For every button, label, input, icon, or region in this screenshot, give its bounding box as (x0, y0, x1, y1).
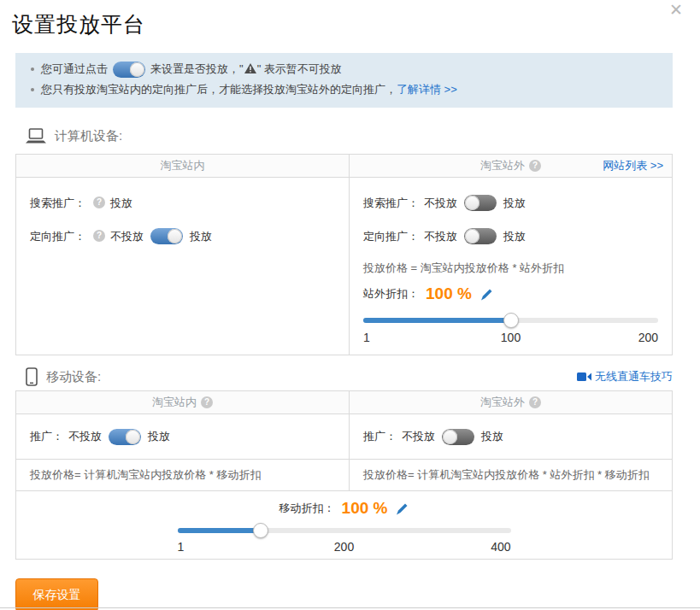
mobile-offsite-header: 淘宝站外? (350, 391, 672, 414)
mobile-table: 淘宝站内? 淘宝站外? 推广：不投放投放 推广：不投放投放 投放价格= 计算机淘… (15, 390, 673, 560)
off-label: 不投放 (402, 429, 435, 444)
on-label: 投放 (503, 196, 526, 211)
off-label: 不投放 (68, 429, 102, 444)
mobile-offsite-promo-row: 推广：不投放投放 (363, 414, 658, 459)
laptop-icon (26, 128, 46, 144)
off-label: 不投放 (424, 196, 457, 211)
state-value: 投放 (110, 196, 132, 211)
bullet-icon (31, 88, 34, 91)
mobile-onsite-header: 淘宝站内? (16, 391, 350, 414)
mobile-discount-section: 移动折扣：100 % 1 200 400 (16, 490, 672, 559)
slider-fill (178, 528, 262, 533)
offsite-price-formula: 投放价格 = 淘宝站内投放价格 * 站外折扣 (363, 261, 658, 276)
notice-line-1: 您可通过点击来设置是否投放，"" 表示暂不可投放 (27, 59, 661, 79)
learn-more-link[interactable]: 了解详情 >> (397, 83, 457, 96)
toggle-knob[interactable] (465, 196, 479, 210)
site-list-link[interactable]: 网站列表 >> (603, 155, 663, 177)
row-label: 定向推广： (30, 229, 85, 244)
computer-table: 淘宝站内 淘宝站外? 网站列表 >> 搜索推广：?投放 定向推广：?不投放投放 … (15, 154, 673, 355)
mobile-offsite-promo-toggle[interactable] (442, 429, 474, 445)
computer-table-header: 淘宝站内 淘宝站外? 网站列表 >> (16, 155, 672, 178)
mobile-onsite-formula: 投放价格= 计算机淘宝站内投放价格 * 移动折扣 (16, 460, 350, 490)
toggle-knob[interactable] (465, 229, 479, 243)
computer-onsite-header: 淘宝站内 (16, 155, 350, 177)
header-label: 淘宝站内 (152, 396, 197, 408)
computer-offsite-targeting-row: 定向推广：不投放投放 (363, 220, 658, 253)
example-toggle (113, 62, 145, 78)
dialog-bottom-divider (0, 607, 700, 608)
computer-offsite-search-row: 搜索推广：不投放投放 (363, 186, 658, 220)
mobile-discount-slider[interactable] (178, 528, 511, 533)
mobile-onsite-cell: 推广：不投放投放 (16, 414, 350, 459)
on-label: 投放 (190, 229, 212, 244)
help-icon[interactable]: ? (529, 160, 541, 172)
slider-min-label: 1 (178, 540, 185, 554)
edit-pencil-icon[interactable] (396, 502, 409, 515)
mobile-section-title: 移动设备: (46, 369, 101, 385)
edit-pencil-icon[interactable] (480, 288, 493, 301)
help-icon[interactable]: ? (93, 196, 105, 208)
notice-box: 您可通过点击来设置是否投放，"" 表示暂不可投放 您只有投放淘宝站内的定向推广后… (15, 53, 673, 108)
on-label: 投放 (148, 429, 170, 444)
slider-max-label: 200 (638, 331, 658, 344)
mobile-discount-slider-knob[interactable] (253, 523, 268, 538)
warning-icon (244, 63, 256, 73)
notice-line-2: 您只有投放淘宝站内的定向推广后，才能选择投放淘宝站外的定向推广，了解详情 >> (27, 79, 661, 100)
slider-max-label: 400 (491, 540, 510, 554)
smartphone-icon (26, 367, 38, 386)
toggle-knob (130, 62, 144, 77)
row-label: 搜索推广： (363, 196, 419, 211)
computer-onsite-cell: 搜索推广：?投放 定向推广：?不投放投放 (16, 178, 350, 355)
computer-onsite-targeting-toggle[interactable] (150, 228, 183, 244)
close-icon[interactable]: ✕ (669, 0, 683, 20)
toggle-knob[interactable] (126, 430, 140, 444)
mobile-onsite-promo-row: 推广：不投放投放 (30, 414, 335, 459)
notice-text: 您可通过点击 (41, 62, 108, 75)
slider-mid-label: 100 (501, 331, 521, 344)
computer-onsite-search-row: 搜索推广：?投放 (30, 186, 335, 220)
row-label: 推广： (363, 429, 397, 444)
toggle-knob[interactable] (168, 229, 182, 243)
computer-onsite-targeting-row: 定向推广：?不投放投放 (30, 220, 335, 253)
offsite-discount-slider-knob[interactable] (503, 313, 519, 328)
mobile-slider-labels: 1 200 400 (178, 540, 511, 554)
video-icon (577, 372, 591, 382)
slider-mid-label: 200 (334, 540, 354, 554)
discount-label: 移动折扣： (279, 501, 335, 516)
offsite-slider-labels: 1 100 200 (363, 331, 658, 344)
help-icon[interactable]: ? (529, 396, 541, 408)
computer-section-header: 计算机设备: (26, 126, 673, 145)
offsite-discount-line: 站外折扣：100 % (363, 284, 658, 303)
mobile-discount-line: 移动折扣：100 % (16, 499, 672, 518)
mobile-section-header: 移动设备: 无线直通车技巧 (26, 367, 673, 386)
header-label: 淘宝站外 (480, 396, 525, 408)
computer-offsite-header: 淘宝站外? 网站列表 >> (350, 155, 672, 177)
off-label: 不投放 (424, 229, 457, 244)
notice-text: 来设置是否投放，" (150, 62, 244, 75)
wireless-tips-link[interactable]: 无线直通车技巧 (595, 369, 673, 384)
mobile-offsite-cell: 推广：不投放投放 (350, 414, 672, 459)
notice-text: " 表示暂不可投放 (257, 62, 342, 75)
offsite-discount-slider[interactable] (363, 318, 658, 323)
row-label: 定向推广： (363, 229, 419, 244)
row-label: 搜索推广： (30, 196, 85, 211)
help-icon[interactable]: ? (93, 230, 105, 242)
toggle-knob[interactable] (443, 430, 457, 444)
on-label: 投放 (503, 229, 526, 244)
header-label: 淘宝站外 (480, 159, 525, 172)
mobile-offsite-formula: 投放价格= 计算机淘宝站内投放价格 * 站外折扣 * 移动折扣 (350, 460, 672, 490)
help-icon[interactable]: ? (201, 396, 213, 408)
mobile-discount-value: 100 % (342, 499, 388, 518)
on-label: 投放 (481, 429, 503, 444)
computer-offsite-targeting-toggle[interactable] (464, 228, 497, 244)
computer-offsite-search-toggle[interactable] (464, 195, 497, 211)
slider-min-label: 1 (363, 331, 370, 344)
mobile-table-header: 淘宝站内? 淘宝站外? (16, 391, 672, 414)
off-label: 不投放 (110, 229, 144, 244)
save-settings-button[interactable]: 保存设置 (15, 578, 98, 610)
notice-text: 您只有投放淘宝站内的定向推广后，才能选择投放淘宝站外的定向推广， (41, 83, 397, 96)
mobile-onsite-promo-toggle[interactable] (109, 429, 141, 445)
header-label: 淘宝站内 (161, 159, 205, 172)
computer-section-title: 计算机设备: (55, 128, 122, 144)
slider-fill (363, 318, 511, 323)
